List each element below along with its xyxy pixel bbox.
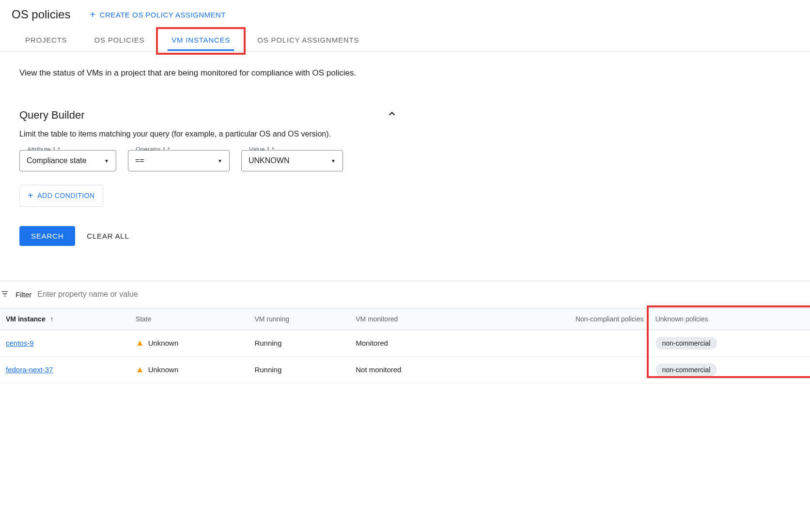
attribute-select[interactable]: Compliance state [19, 150, 116, 171]
state-text: Unknown [148, 339, 179, 347]
tab-os-policy-assignments[interactable]: OS POLICY ASSIGNMENTS [244, 29, 373, 51]
col-vm-monitored[interactable]: VM monitored [350, 308, 475, 330]
clear-all-button[interactable]: CLEAR ALL [87, 232, 129, 240]
noncompliant-cell [475, 356, 650, 383]
sort-arrow-up-icon: ↑ [50, 315, 54, 323]
tab-vm-instances[interactable]: VM INSTANCES [158, 29, 244, 51]
page-title: OS policies [12, 8, 70, 21]
noncompliant-cell [475, 330, 650, 356]
running-cell: Running [249, 356, 350, 383]
chevron-up-icon[interactable] [387, 108, 397, 122]
add-condition-label: ADD CONDITION [37, 192, 95, 199]
plus-icon: + [90, 9, 95, 20]
table-row: fedora-next-37 ▲ Unknown Running Not mon… [0, 356, 810, 383]
query-builder-title: Query Builder [19, 109, 85, 122]
page-description: View the status of VMs in a project that… [19, 67, 397, 79]
warning-icon: ▲ [136, 338, 144, 348]
search-button[interactable]: SEARCH [19, 226, 75, 246]
col-vm-instance-label: VM instance [6, 315, 46, 323]
col-state[interactable]: State [130, 308, 249, 330]
add-condition-button[interactable]: + ADD CONDITION [19, 185, 103, 207]
vm-link[interactable]: fedora-next-37 [6, 365, 53, 374]
filter-icon [0, 290, 10, 299]
create-os-policy-button[interactable]: + CREATE OS POLICY ASSIGNMENT [90, 9, 226, 20]
state-text: Unknown [148, 365, 179, 374]
filter-label: Filter [16, 290, 31, 299]
tab-vm-instances-label: VM INSTANCES [171, 36, 230, 44]
operator-select[interactable]: == [128, 150, 230, 171]
unknown-policy-chip[interactable]: non-commercial [655, 337, 717, 350]
unknown-policy-chip[interactable]: non-commercial [655, 364, 717, 376]
vm-link[interactable]: centos-9 [6, 339, 34, 347]
create-button-label: CREATE OS POLICY ASSIGNMENT [100, 11, 226, 19]
monitored-cell: Monitored [350, 330, 475, 356]
running-cell: Running [249, 330, 350, 356]
tab-os-policies[interactable]: OS POLICIES [80, 29, 158, 51]
col-vm-instance[interactable]: VM instance ↑ [0, 308, 130, 330]
tab-projects[interactable]: PROJECTS [12, 29, 80, 51]
tabs: PROJECTS OS POLICIES VM INSTANCES OS POL… [0, 29, 810, 51]
monitored-cell: Not monitored [350, 356, 475, 383]
value-select[interactable]: UNKNOWN [241, 150, 343, 171]
col-unknown-policies-label: Unknown policies [655, 315, 708, 323]
vm-table: VM instance ↑ State VM running VM monito… [0, 308, 810, 383]
query-description: Limit the table to items matching your q… [19, 130, 791, 138]
plus-icon: + [28, 190, 33, 201]
warning-icon: ▲ [136, 365, 144, 375]
filter-input[interactable] [37, 290, 810, 299]
col-non-compliant[interactable]: Non-compliant policies [475, 308, 650, 330]
col-unknown-policies[interactable]: Unknown policies [650, 308, 810, 330]
table-row: centos-9 ▲ Unknown Running Monitored non… [0, 330, 810, 356]
col-vm-running[interactable]: VM running [249, 308, 350, 330]
